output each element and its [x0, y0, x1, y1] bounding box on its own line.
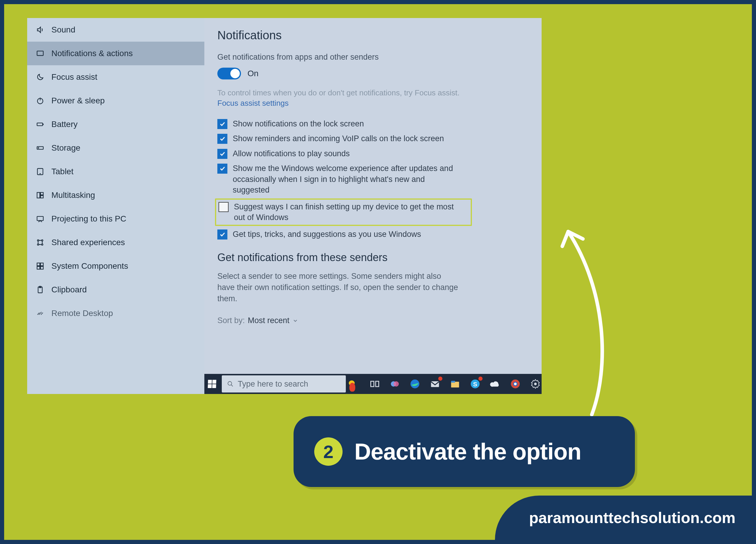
check-label: Show reminders and incoming VoIP calls o…	[233, 133, 444, 144]
sidebar-item-clipboard[interactable]: Clipboard	[27, 278, 204, 302]
check-row[interactable]: Show notifications on the lock screen	[217, 118, 462, 129]
taskbar: Type here to search S	[204, 374, 542, 394]
parrot-icon	[348, 380, 357, 394]
checkbox-checked-icon[interactable]	[217, 119, 227, 129]
svg-rect-14	[37, 263, 40, 266]
copilot-icon[interactable]	[389, 378, 401, 390]
projecting-icon	[35, 214, 45, 224]
cloud-icon[interactable]	[489, 378, 501, 390]
tablet-icon	[35, 167, 45, 176]
power-icon	[35, 96, 45, 105]
clipboard-icon	[35, 285, 45, 294]
explorer-icon[interactable]	[449, 378, 461, 390]
check-row[interactable]: Allow notifications to play sounds	[217, 148, 462, 159]
svg-rect-28	[451, 381, 455, 383]
svg-point-10	[38, 240, 39, 241]
svg-point-33	[514, 383, 517, 385]
svg-point-13	[42, 244, 43, 245]
check-label: Show notifications on the lock screen	[233, 118, 364, 129]
sidebar-item-battery[interactable]: Battery	[27, 113, 204, 136]
sidebar-item-storage[interactable]: Storage	[27, 136, 204, 160]
task-view-icon[interactable]	[369, 378, 381, 390]
nav-label: Sound	[51, 25, 75, 35]
checklist: Show notifications on the lock screen Sh…	[217, 118, 529, 240]
setting-label: Get notifications from apps and other se…	[217, 53, 529, 62]
check-row[interactable]: Get tips, tricks, and suggestions as you…	[217, 229, 462, 240]
checkbox-checked-icon[interactable]	[217, 149, 227, 159]
sidebar-item-notifications[interactable]: Notifications & actions	[27, 42, 204, 65]
sort-label: Sort by:	[217, 316, 245, 325]
search-placeholder: Type here to search	[238, 380, 308, 389]
sidebar-item-shared[interactable]: Shared experiences	[27, 231, 204, 254]
start-button[interactable]	[204, 374, 220, 394]
nav-label: Power & sleep	[51, 96, 105, 105]
callout-banner: 2 Deactivate the option	[294, 416, 635, 487]
checkbox-checked-icon[interactable]	[217, 229, 227, 240]
notifications-icon	[35, 49, 45, 58]
nav-label: Tablet	[51, 167, 74, 176]
shared-icon	[35, 238, 45, 247]
search-icon	[227, 381, 234, 387]
svg-point-12	[38, 244, 39, 245]
focus-assist-hint: To control times when you do or don't ge…	[217, 88, 529, 97]
multitasking-icon	[35, 190, 45, 200]
arrow-annotation	[553, 214, 612, 421]
nav-label: System Components	[51, 261, 128, 271]
checkbox-unchecked-icon[interactable]	[219, 202, 229, 212]
skype-icon[interactable]: S	[469, 378, 481, 390]
nav-label: Notifications & actions	[51, 49, 133, 58]
nav-label: Focus assist	[51, 72, 97, 82]
check-label: Get tips, tricks, and suggestions as you…	[233, 229, 421, 240]
section-senders-title: Get notifications from these senders	[217, 251, 529, 264]
sidebar-item-power[interactable]: Power & sleep	[27, 89, 204, 113]
svg-rect-2	[37, 123, 43, 126]
nav-label: Battery	[51, 120, 78, 129]
section-senders-desc: Select a sender to see more settings. So…	[217, 271, 460, 304]
svg-rect-17	[40, 266, 43, 269]
svg-rect-7	[40, 193, 43, 195]
sidebar-item-projecting[interactable]: Projecting to this PC	[27, 207, 204, 231]
checkbox-checked-icon[interactable]	[217, 134, 227, 144]
check-row[interactable]: Suggest ways I can finish setting up my …	[219, 201, 464, 223]
checkbox-checked-icon[interactable]	[217, 164, 227, 174]
focus-assist-link[interactable]: Focus assist settings	[217, 99, 529, 108]
sidebar-item-sound[interactable]: Sound	[27, 18, 204, 42]
nav-label: Remote Desktop	[51, 309, 113, 318]
sidebar-item-components[interactable]: System Components	[27, 254, 204, 278]
sidebar-item-focus-assist[interactable]: Focus assist	[27, 65, 204, 89]
taskbar-icons: S	[361, 378, 542, 390]
svg-rect-0	[37, 51, 43, 56]
svg-point-34	[534, 383, 537, 385]
svg-rect-9	[37, 216, 43, 221]
nav-label: Storage	[51, 143, 80, 153]
svg-rect-15	[40, 263, 43, 266]
callout-text: Deactivate the option	[354, 438, 581, 465]
step-badge: 2	[314, 437, 343, 466]
moon-icon	[35, 72, 45, 82]
svg-text:S: S	[473, 381, 477, 387]
edge-icon[interactable]	[409, 378, 421, 390]
nav-label: Projecting to this PC	[51, 214, 126, 224]
mail-icon[interactable]	[429, 378, 441, 390]
chrome-icon[interactable]	[509, 378, 522, 390]
watermark-text: paramounttechsolution.com	[529, 509, 735, 527]
sort-row[interactable]: Sort by: Most recent	[217, 316, 529, 325]
sidebar-item-multitasking[interactable]: Multitasking	[27, 183, 204, 207]
sidebar-item-tablet[interactable]: Tablet	[27, 160, 204, 183]
svg-point-24	[394, 381, 399, 387]
search-box[interactable]: Type here to search	[222, 375, 346, 392]
nav-label: Shared experiences	[51, 238, 125, 247]
check-row[interactable]: Show me the Windows welcome experience a…	[217, 163, 462, 195]
check-row[interactable]: Show reminders and incoming VoIP calls o…	[217, 133, 462, 144]
highlighted-option: Suggest ways I can finish setting up my …	[215, 198, 472, 226]
watermark: paramounttechsolution.com	[495, 496, 752, 540]
sidebar-item-remote[interactable]: Remote Desktop	[27, 302, 204, 325]
remote-icon	[35, 309, 45, 318]
svg-point-20	[228, 382, 232, 385]
svg-rect-6	[37, 193, 40, 198]
storage-icon	[35, 143, 45, 153]
battery-icon	[35, 120, 45, 129]
notifications-toggle[interactable]	[217, 68, 241, 79]
page-title: Notifications	[217, 29, 529, 42]
settings-icon[interactable]	[529, 378, 542, 390]
